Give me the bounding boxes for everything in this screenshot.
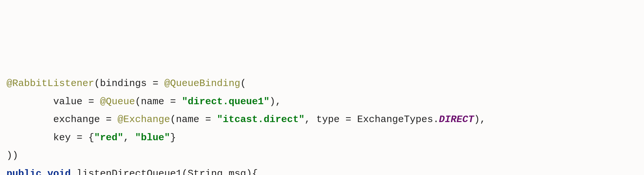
text: (name = — [170, 114, 217, 125]
text: value = — [53, 96, 100, 107]
code-line-3: exchange = @Exchange(name = "itcast.dire… — [6, 114, 486, 125]
text: )) — [6, 150, 18, 161]
annotation-rabbitlistener: @RabbitListener — [6, 78, 94, 89]
text: ( — [240, 78, 246, 89]
text: exchange = — [53, 114, 118, 125]
text: ), — [474, 114, 486, 125]
annotation-queue: @Queue — [100, 96, 135, 107]
annotation-queuebinding: @QueueBinding — [164, 78, 240, 89]
indent — [6, 114, 53, 125]
text: (bindings = — [94, 78, 164, 89]
space — [42, 168, 47, 175]
keyword-void: void — [47, 168, 71, 175]
text: ), — [269, 96, 281, 107]
indent — [6, 132, 53, 143]
annotation-exchange: @Exchange — [118, 114, 170, 125]
code-line-2: value = @Queue(name = "direct.queue1"), — [6, 96, 281, 107]
code-line-1: @RabbitListener(bindings = @QueueBinding… — [6, 78, 246, 89]
text: (name = — [135, 96, 182, 107]
string-literal: "red" — [94, 132, 123, 143]
code-block: @RabbitListener(bindings = @QueueBinding… — [6, 75, 638, 175]
text: , type = ExchangeTypes. — [304, 114, 439, 125]
code-line-6: public void listenDirectQueue1(String ms… — [6, 168, 258, 175]
indent — [6, 96, 53, 107]
keyword-public: public — [6, 168, 42, 175]
text: , — [123, 132, 135, 143]
code-line-4: key = {"red", "blue"} — [6, 132, 176, 143]
string-literal: "direct.queue1" — [182, 96, 269, 107]
string-literal: "blue" — [135, 132, 170, 143]
string-literal: "itcast.direct" — [217, 114, 304, 125]
text: key = { — [53, 132, 94, 143]
text: } — [170, 132, 176, 143]
code-line-5: )) — [6, 150, 18, 161]
text: listenDirectQueue1(String msg){ — [71, 168, 258, 175]
enum-direct: DIRECT — [439, 114, 474, 125]
